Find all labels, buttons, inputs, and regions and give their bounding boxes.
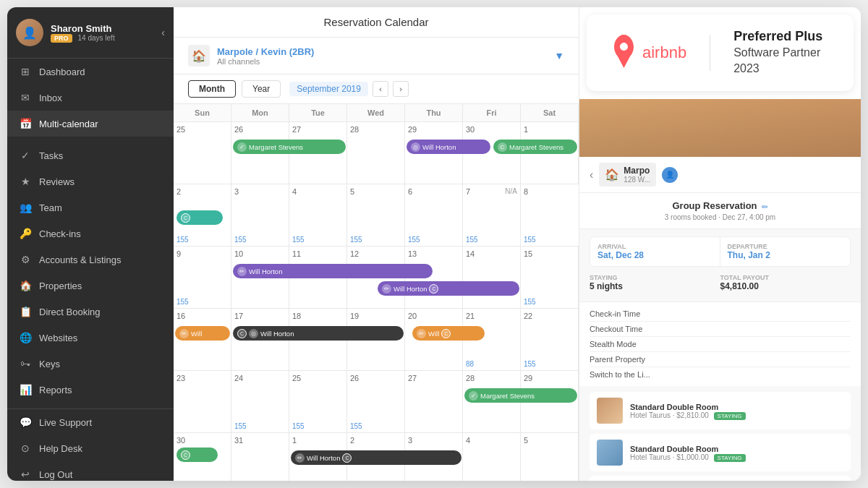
cell-7[interactable]: 7155N/A	[463, 184, 521, 246]
c-badge-4: C	[441, 329, 451, 338]
res-margaret-1[interactable]: ✓ Margaret Stevens	[233, 140, 346, 154]
sidebar-item-inbox[interactable]: ✉ Inbox	[7, 85, 174, 111]
cell-26[interactable]: 26155	[347, 371, 405, 432]
cell-24[interactable]: 24155	[231, 371, 289, 432]
sidebar-item-checkins[interactable]: 🔑 Check-ins	[7, 221, 174, 247]
calendar-header: Reservation Calendar	[174, 7, 579, 38]
cell-28[interactable]: 28	[347, 122, 405, 184]
cell-4[interactable]: 4155	[289, 184, 347, 246]
res-will-3b[interactable]: ✏ Will Horton C	[378, 281, 519, 296]
cell-25b[interactable]: 25155	[289, 371, 347, 432]
sidebar-collapse-btn[interactable]: ‹	[161, 27, 165, 38]
cell-30[interactable]: 30 C 155	[174, 433, 231, 481]
sidebar-item-reviews[interactable]: ★ Reviews	[7, 168, 174, 194]
staying-badge-2: STAYING	[714, 454, 746, 462]
home-icon-2: 🏠	[605, 168, 619, 181]
edit-icon[interactable]: ✏	[762, 202, 768, 212]
c-badge-2: C	[429, 284, 438, 294]
sidebar-item-tasks[interactable]: ✓ Tasks	[7, 142, 174, 168]
sidebar-item-multi-calendar[interactable]: 📅 Multi-calendar	[7, 111, 174, 137]
room-name-1: Standard Double Room	[630, 403, 843, 411]
property-dropdown-icon[interactable]: ▼	[554, 50, 564, 61]
prop-info: Marpo 128 W...	[624, 166, 650, 184]
res-will-fri[interactable]: ✏ Will C	[412, 326, 485, 341]
next-month-btn[interactable]: ›	[393, 81, 409, 97]
badge-subtitle1: Software Partner	[733, 45, 822, 61]
sidebar-item-dashboard[interactable]: ⊞ Dashboard	[7, 59, 174, 85]
cell-6[interactable]: 6155	[405, 184, 463, 246]
back-arrow-icon[interactable]: ‹	[590, 168, 593, 181]
room-details-2: Standard Double Room Hotel Taurus · $1,0…	[630, 445, 843, 461]
property-name: Marpole / Kevin (2BR)	[217, 46, 547, 57]
checkout-label: Checkout Time	[590, 325, 642, 333]
arrival-value: Sat, Dec 28	[597, 250, 712, 260]
sidebar-item-properties[interactable]: 🏠 Properties	[7, 273, 174, 299]
calendar-grid: Sun Mon Tue Wed Thu Fri Sat 25 26 27 28 …	[174, 104, 579, 481]
sidebar-item-reports[interactable]: 📊 Reports	[7, 377, 174, 403]
sidebar-bottom: 💬 Live Support ⊙ Help Desk ↩ Log Out	[7, 408, 174, 481]
room-item-2[interactable]: Standard Double Room Hotel Taurus · $1,0…	[590, 434, 851, 471]
c-green-30[interactable]: C	[176, 448, 218, 462]
res-will-sun[interactable]: ✏ Will	[175, 326, 230, 341]
badge-subtitle2: 2023	[733, 61, 822, 77]
sidebar-item-websites[interactable]: 🌐 Websites	[7, 325, 174, 351]
property-image	[579, 99, 861, 157]
cell-oct-4[interactable]: 492	[463, 433, 521, 481]
cell-8[interactable]: 8155	[521, 184, 579, 246]
property-info: Marpole / Kevin (2BR) All channels	[217, 46, 547, 66]
res-will-oct[interactable]: ✏ Will Horton C	[291, 450, 461, 465]
cell-31[interactable]: 31	[231, 433, 289, 481]
cell-oct-5[interactable]: 5155	[521, 433, 579, 481]
view-year-btn[interactable]: Year	[242, 80, 281, 98]
room-item-1[interactable]: Standard Double Room Hotel Taurus · $2,8…	[590, 392, 851, 429]
room-hotel-1: Hotel Taurus · $2,810.00 STAYING	[630, 411, 843, 419]
airbnb-icon-2: ◎	[249, 329, 258, 338]
cell-27b[interactable]: 27	[405, 371, 463, 432]
cell-3[interactable]: 3155	[231, 184, 289, 246]
cell-22[interactable]: 22155	[521, 309, 579, 370]
room-item-3[interactable]: Standard Double Room Hotel Taurus · $1,0…	[590, 476, 851, 481]
c-badge-3: C	[237, 329, 247, 338]
airbnb-icon: ◎	[411, 142, 420, 152]
prev-month-btn[interactable]: ‹	[373, 81, 388, 97]
airbnb-badge: airbnb Preferred Plus Software Partner 2…	[587, 14, 854, 92]
c-icon-30: C	[181, 450, 190, 460]
res-margaret-fri[interactable]: ✓ Margaret Stevens	[464, 388, 577, 403]
cell-23[interactable]: 23	[174, 371, 231, 432]
airbnb-svg	[604, 31, 644, 74]
sidebar-item-accounts-listings[interactable]: ⚙ Accounts & Listings	[7, 247, 174, 273]
home-icon: 🏠	[19, 279, 32, 292]
res-icon: ✓	[237, 142, 247, 152]
room-details-1: Standard Double Room Hotel Taurus · $2,8…	[630, 403, 843, 419]
cell-9[interactable]: 9155	[174, 247, 231, 308]
sidebar-item-keys[interactable]: 🗝 Keys	[7, 351, 174, 377]
cell-2[interactable]: 2 C 155	[174, 184, 231, 246]
cell-14[interactable]: 14	[463, 247, 521, 308]
airbnb-divider	[710, 35, 710, 71]
sidebar-item-logout[interactable]: ↩ Log Out	[7, 461, 174, 481]
tasks-icon: ✓	[19, 149, 32, 162]
cell-25[interactable]: 25	[174, 122, 231, 184]
c-block-2[interactable]: C	[176, 210, 223, 225]
right-panel: airbnb Preferred Plus Software Partner 2…	[579, 7, 861, 481]
cell-5[interactable]: 5155	[347, 184, 405, 246]
logout-icon: ↩	[19, 468, 32, 481]
res-will-1[interactable]: ◎ Will Horton	[407, 140, 490, 154]
res-will-3a[interactable]: ✏ Will Horton	[233, 264, 433, 278]
sidebar-item-team[interactable]: 👥 Team	[7, 194, 174, 221]
app-container: 👤 Sharon Smith PRO 14 days left ‹ ⊞ Dash…	[7, 7, 861, 481]
res-will-dark[interactable]: C ◎ Will Horton	[233, 326, 404, 341]
sidebar-item-help-desk[interactable]: ⊙ Help Desk	[7, 435, 174, 461]
staying-value: 5 nights	[590, 281, 720, 291]
pen-icon-4: ✏	[417, 329, 426, 338]
cell-15[interactable]: 15155	[521, 247, 579, 308]
res-margaret-2[interactable]: C Margaret Stevens	[493, 140, 577, 154]
badge-title: Preferred Plus	[733, 29, 822, 45]
calendar-icon: 📅	[19, 117, 32, 130]
field-rows: Check-in Time Checkout Time Stealth Mode…	[579, 301, 861, 386]
room-img-2	[597, 440, 623, 466]
sidebar-item-live-support[interactable]: 💬 Live Support	[7, 409, 174, 435]
checkin-label: Check-in Time	[590, 309, 640, 318]
view-month-btn[interactable]: Month	[188, 80, 236, 98]
sidebar-item-direct-booking[interactable]: 📋 Direct Booking	[7, 299, 174, 325]
